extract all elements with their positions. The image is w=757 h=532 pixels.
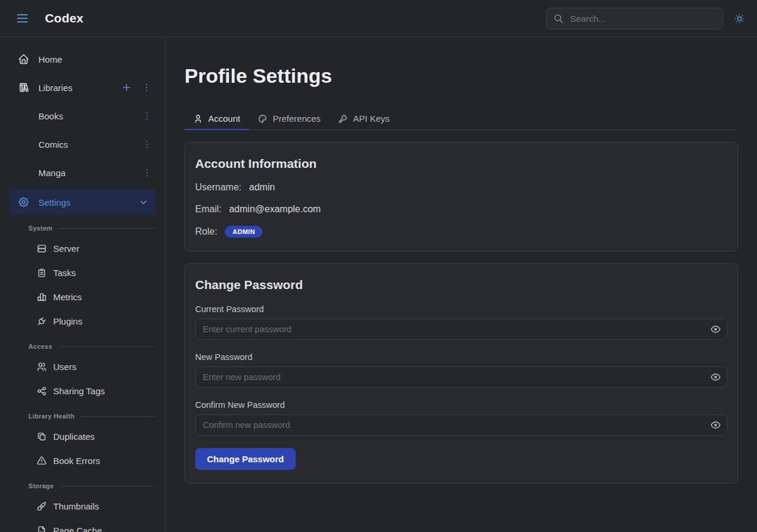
tab-label: Account — [208, 113, 240, 124]
sidebar-item-server[interactable]: Server — [0, 236, 165, 261]
new-password-field — [195, 366, 727, 388]
sidebar-item-label: Server — [53, 244, 79, 254]
sidebar-section-storage: Storage — [28, 478, 156, 494]
confirm-password-field — [195, 414, 727, 436]
role-badge: ADMIN — [225, 226, 263, 238]
library-books-icon — [18, 82, 30, 93]
sidebar-item-label: Users — [53, 362, 76, 372]
tabs: Account Preferences API Keys — [185, 109, 738, 130]
theme-toggle-sun-icon[interactable] — [732, 11, 748, 27]
change-password-card: Change Password Current Password New Pas… — [185, 263, 738, 484]
server-icon — [37, 244, 47, 254]
sidebar-item-manga[interactable]: Manga — [0, 158, 165, 187]
sidebar-item-sharing-tags[interactable]: Sharing Tags — [0, 379, 165, 403]
section-divider — [60, 486, 156, 486]
new-password-input[interactable] — [195, 366, 727, 388]
email-row: Email: admin@example.com — [195, 204, 727, 215]
sidebar-section-library-health: Library Health — [28, 408, 156, 424]
username-value: admin — [249, 182, 275, 193]
sidebar-item-settings[interactable]: Settings — [9, 189, 156, 215]
show-password-eye-icon[interactable] — [709, 323, 722, 336]
section-divider — [80, 416, 156, 417]
sidebar-item-label: Duplicates — [53, 432, 95, 442]
clipboard-icon — [37, 268, 47, 278]
sidebar-item-books[interactable]: Books — [0, 102, 165, 130]
section-title: Access — [28, 343, 52, 350]
app-title: Codex — [45, 11, 83, 25]
warning-triangle-icon — [37, 456, 47, 466]
paintbrush-icon — [37, 501, 47, 511]
tab-api-keys[interactable]: API Keys — [329, 109, 399, 129]
sidebar-item-page-cache[interactable]: Page Cache — [0, 518, 165, 532]
settings-expand — [138, 197, 148, 207]
search-input[interactable] — [569, 13, 716, 24]
sidebar-item-label: Book Errors — [53, 456, 100, 466]
libraries-kebab-menu-icon[interactable] — [140, 81, 153, 94]
sidebar-item-label: Sharing Tags — [53, 386, 105, 396]
bar-chart-icon — [37, 292, 47, 302]
tab-account[interactable]: Account — [185, 109, 249, 129]
section-title: Library Health — [28, 413, 75, 420]
sidebar-section-system: System — [28, 220, 156, 236]
section-divider — [58, 346, 156, 347]
sidebar-item-home[interactable]: Home — [0, 45, 165, 73]
sidebar-section-access: Access — [28, 338, 156, 355]
copy-icon — [37, 432, 47, 442]
sidebar-item-book-errors[interactable]: Book Errors — [0, 449, 165, 473]
search-box[interactable] — [546, 8, 723, 30]
sidebar-item-duplicates[interactable]: Duplicates — [0, 424, 165, 449]
gear-icon — [18, 196, 30, 208]
sidebar-item-comics[interactable]: Comics — [0, 130, 165, 158]
sidebar-item-label: Metrics — [53, 292, 82, 302]
comics-kebab-menu-icon[interactable] — [141, 138, 153, 151]
plug-icon — [37, 316, 47, 326]
share-icon — [37, 386, 47, 396]
show-password-eye-icon[interactable] — [709, 371, 722, 384]
current-password-input[interactable] — [195, 319, 727, 340]
sidebar-item-label: Thumbnails — [53, 501, 99, 511]
tab-label: API Keys — [353, 113, 390, 124]
sidebar-item-label: Settings — [38, 197, 70, 207]
sidebar-item-label: Comics — [38, 140, 68, 150]
sidebar-item-label: Manga — [38, 168, 66, 178]
card-title: Account Information — [195, 157, 727, 171]
new-password-label: New Password — [195, 352, 727, 362]
tab-preferences[interactable]: Preferences — [249, 109, 329, 129]
pdf-file-icon — [37, 525, 47, 532]
home-icon — [18, 53, 30, 65]
account-information-card: Account Information Username: admin Emai… — [185, 142, 738, 251]
sidebar-item-label: Page Cache — [53, 525, 102, 532]
menu-icon[interactable] — [13, 9, 32, 28]
books-kebab-menu-icon[interactable] — [141, 110, 153, 122]
sidebar-item-metrics[interactable]: Metrics — [0, 285, 165, 309]
manga-kebab-menu-icon[interactable] — [141, 167, 153, 179]
sidebar-item-plugins[interactable]: Plugins — [0, 309, 165, 333]
username-row: Username: admin — [195, 182, 727, 193]
section-title: System — [28, 225, 53, 232]
sidebar-item-label: Tasks — [53, 268, 76, 278]
change-password-button[interactable]: Change Password — [195, 448, 296, 470]
sidebar: Home Libraries Books Comics Manga Settin… — [0, 37, 166, 532]
confirm-password-input[interactable] — [195, 414, 727, 436]
search-icon — [554, 14, 564, 24]
section-title: Storage — [28, 482, 54, 489]
card-title: Change Password — [195, 278, 727, 292]
topbar: Codex — [0, 0, 757, 37]
sidebar-item-libraries[interactable]: Libraries — [0, 73, 165, 102]
username-label: Username: — [195, 182, 241, 193]
sidebar-item-label: Libraries — [38, 83, 73, 93]
palette-icon — [258, 114, 267, 124]
sidebar-item-thumbnails[interactable]: Thumbnails — [0, 494, 165, 518]
add-library-icon[interactable] — [120, 81, 133, 94]
sidebar-item-label: Books — [38, 111, 63, 121]
confirm-password-label: Confirm New Password — [195, 400, 727, 410]
sidebar-item-users[interactable]: Users — [0, 355, 165, 379]
key-icon — [338, 114, 348, 124]
user-icon — [193, 114, 203, 124]
email-label: Email: — [195, 204, 221, 215]
main-content: Profile Settings Account Preferences API… — [166, 37, 757, 532]
role-row: Role: ADMIN — [195, 226, 727, 238]
section-divider — [59, 228, 156, 229]
sidebar-item-tasks[interactable]: Tasks — [0, 261, 165, 285]
show-password-eye-icon[interactable] — [709, 419, 722, 432]
